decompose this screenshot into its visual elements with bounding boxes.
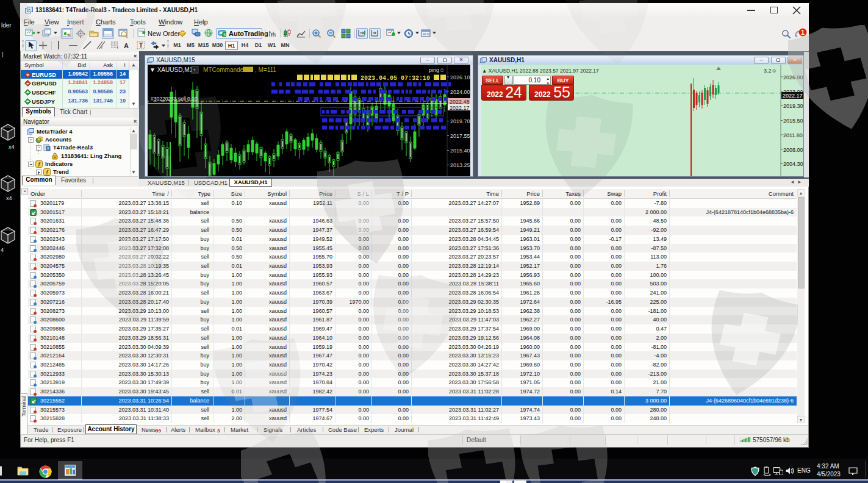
svg-text:f: f (101, 46, 102, 49)
svg-text:$: $ (39, 137, 41, 141)
svg-text:ping☺: ping☺ (429, 67, 445, 73)
svg-text:2011.80: 2011.80 (783, 132, 803, 138)
svg-text:#30220233 sell 0.10: #30220233 sell 0.10 (151, 96, 198, 102)
svg-text:2015.40: 2015.40 (450, 148, 470, 154)
svg-text:f: f (117, 46, 118, 49)
svg-text:1: 1 (801, 29, 805, 36)
svg-text:T: T (139, 42, 143, 49)
svg-text:2024.00: 2024.00 (450, 89, 470, 95)
svg-text:+: + (193, 67, 196, 73)
svg-text:2026.10: 2026.10 (450, 74, 470, 80)
svg-text:2004.30: 2004.30 (783, 161, 803, 167)
svg-text:2015.50: 2015.50 (783, 118, 803, 124)
svg-text:2013.25: 2013.25 (450, 162, 470, 168)
svg-text:▲ XAUUSD,H1 2022.88 2023.57 2: ▲ XAUUSD,H1 2022.88 2023.57 2021.97 2022… (482, 68, 599, 74)
svg-text:▼ XAUUSD,M15: ▼ XAUUSD,M15 (149, 66, 196, 73)
svg-text:2019.70: 2019.70 (450, 118, 470, 124)
svg-text:10: 10 (283, 34, 288, 38)
svg-text:2026.80: 2026.80 (783, 74, 803, 80)
svg-text:2022.48: 2022.48 (450, 99, 470, 105)
svg-text:2008.00: 2008.00 (783, 147, 803, 153)
svg-text:2022.17: 2022.17 (450, 105, 470, 111)
svg-text:2023.04.05 07:32:10: 2023.04.05 07:32:10 (360, 75, 430, 82)
svg-text:3.2☺: 3.2☺ (764, 68, 777, 74)
svg-text:2017.55: 2017.55 (450, 133, 470, 139)
svg-text:, M=111: , M=111 (255, 66, 276, 73)
svg-text:2019.30: 2019.30 (783, 103, 803, 109)
svg-text:MTCommander: MTCommander (203, 66, 246, 73)
svg-text:2022.17: 2022.17 (783, 93, 803, 99)
